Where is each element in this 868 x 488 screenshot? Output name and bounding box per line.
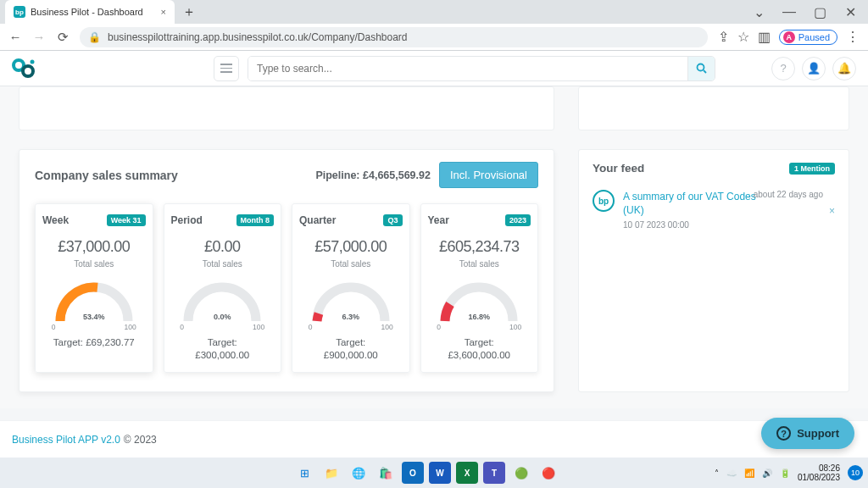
chrome-profile-icon[interactable]: 🔴	[537, 462, 559, 484]
feed-item: bp A summary of our VAT Codes (UK) 10 07…	[593, 190, 835, 230]
feed-title: Your feed	[593, 162, 644, 175]
windows-taskbar: ⊞ 📁 🌐 🛍️ O W X T 🟢 🔴 ˄ ☁️ 📶 🔊 🔋 08:26 01…	[0, 458, 868, 488]
teams-icon[interactable]: T	[483, 462, 505, 484]
metric-badge: Week 31	[107, 214, 146, 226]
tab-favicon: bp	[14, 6, 25, 18]
kebab-menu-icon[interactable]: ⋮	[846, 29, 860, 45]
volume-icon[interactable]: 🔊	[762, 469, 772, 478]
your-feed-card: Your feed 1 Mention bp A summary of our …	[578, 149, 849, 392]
svg-line-4	[704, 70, 706, 73]
gauge-percent: 16.8%	[437, 313, 521, 321]
store-icon[interactable]: 🛍️	[375, 462, 397, 484]
metric-value: £37,000.00	[42, 238, 146, 256]
explorer-icon[interactable]: 📁	[320, 462, 342, 484]
support-help-icon: ?	[776, 426, 791, 441]
bell-icon: 🔔	[837, 62, 851, 75]
user-icon: 👤	[807, 62, 821, 75]
metric-subtitle: Total sales	[299, 259, 403, 269]
pipeline-text: Pipeline: £4,665,569.92	[315, 169, 431, 181]
maximize-icon[interactable]: ▢	[812, 4, 827, 20]
forward-icon[interactable]: →	[32, 30, 46, 44]
taskbar-clock[interactable]: 08:26 01/08/2023	[798, 463, 840, 483]
help-button[interactable]: ?	[771, 57, 795, 80]
metric-subtitle: Total sales	[42, 259, 146, 269]
gauge-week: 53.4%	[52, 279, 136, 324]
svg-point-1	[23, 66, 33, 76]
question-icon: ?	[780, 62, 786, 75]
search-box[interactable]	[248, 56, 715, 81]
chevron-down-icon[interactable]: ⌄	[751, 4, 766, 20]
close-window-icon[interactable]: ✕	[843, 4, 858, 20]
gauge-percent: 53.4%	[52, 313, 136, 321]
gauge-percent: 6.3%	[309, 313, 393, 321]
feed-item-dismiss-icon[interactable]: ×	[829, 205, 835, 217]
metric-target: Target:£900,000.00	[299, 336, 403, 362]
metric-card-week: Week Week 31 £37,000.00 Total sales 53.4…	[35, 203, 153, 373]
word-icon[interactable]: W	[429, 462, 451, 484]
url-text: businesspilottraining.app.businesspilot.…	[108, 31, 408, 43]
notification-count-badge[interactable]: 10	[848, 465, 863, 480]
metric-name: Quarter	[299, 214, 336, 226]
footer-app-link[interactable]: Business Pilot APP v2.0	[12, 434, 120, 446]
metric-badge: 2023	[505, 214, 531, 226]
search-input[interactable]	[248, 57, 687, 80]
app-header: ? 👤 🔔	[0, 51, 868, 86]
feed-item-when: about 22 days ago	[754, 190, 823, 199]
taskbar-time: 08:26	[798, 463, 840, 474]
company-sales-summary-card: Company sales summary Pipeline: £4,665,5…	[19, 149, 554, 392]
metric-subtitle: Total sales	[171, 259, 275, 269]
onedrive-icon[interactable]: ☁️	[726, 469, 737, 478]
app-logo[interactable]	[12, 58, 36, 79]
battery-icon[interactable]: 🔋	[780, 469, 790, 478]
profile-avatar-icon: A	[783, 31, 795, 43]
metric-value: £605,234.73	[428, 238, 531, 256]
support-label: Support	[797, 427, 839, 440]
profile-paused-pill[interactable]: A Paused	[779, 30, 837, 45]
bookmark-icon[interactable]: ☆	[737, 29, 749, 45]
tab-title: Business Pilot - Dashboard	[31, 7, 143, 17]
chrome-icon[interactable]: 🟢	[510, 462, 532, 484]
gauge-year: 16.8%	[437, 279, 521, 324]
notifications-button[interactable]: 🔔	[832, 57, 856, 80]
tray-expand-icon[interactable]: ˄	[715, 469, 719, 478]
wifi-icon[interactable]: 📶	[744, 469, 754, 478]
metric-subtitle: Total sales	[428, 259, 531, 269]
edge-icon[interactable]: 🌐	[348, 462, 370, 484]
support-button[interactable]: ? Support	[761, 418, 854, 449]
metric-card-quarter: Quarter Q3 £57,000.00 Total sales 6.3% 0…	[292, 203, 410, 373]
metric-card-year: Year 2023 £605,234.73 Total sales 16.8% …	[420, 203, 539, 373]
metric-name: Week	[42, 214, 69, 226]
minimize-icon[interactable]: —	[782, 4, 797, 20]
pipeline-label: Pipeline:	[315, 169, 359, 181]
pipeline-value: £4,665,569.92	[363, 169, 431, 181]
new-tab-button[interactable]: ＋	[180, 3, 198, 21]
tab-close-icon[interactable]: ×	[161, 7, 166, 17]
metric-name: Year	[428, 214, 449, 226]
bp-logo-icon	[12, 58, 36, 79]
incl-provisional-button[interactable]: Incl. Provisional	[439, 162, 538, 188]
svg-point-2	[31, 59, 35, 64]
summary-title: Company sales summary	[35, 169, 178, 182]
panel-placeholder-right	[578, 86, 849, 130]
browser-chrome: bp Business Pilot - Dashboard × ＋ ⌄ — ▢ …	[0, 0, 868, 51]
search-button[interactable]	[687, 57, 715, 80]
metric-badge: Month 8	[236, 214, 275, 226]
start-icon[interactable]: ⊞	[293, 462, 315, 484]
metric-name: Period	[171, 214, 203, 226]
metric-target: Target: £69,230.77	[42, 336, 146, 349]
user-button[interactable]: 👤	[802, 57, 826, 80]
footer-copyright: © 2023	[124, 434, 157, 446]
back-icon[interactable]: ←	[8, 30, 22, 44]
reading-list-icon[interactable]: ▥	[758, 29, 771, 45]
menu-toggle-button[interactable]	[214, 56, 239, 81]
excel-icon[interactable]: X	[456, 462, 478, 484]
browser-tab[interactable]: bp Business Pilot - Dashboard ×	[5, 0, 175, 24]
profile-state-label: Paused	[798, 32, 830, 42]
outlook-icon[interactable]: O	[402, 462, 424, 484]
share-icon[interactable]: ⇪	[718, 29, 729, 45]
search-icon	[696, 63, 707, 74]
reload-icon[interactable]: ⟳	[56, 30, 70, 45]
gauge-period: 0.0%	[180, 279, 264, 324]
feed-item-date: 10 07 2023 00:00	[623, 220, 835, 230]
address-bar[interactable]: 🔒 businesspilottraining.app.businesspilo…	[80, 27, 708, 47]
